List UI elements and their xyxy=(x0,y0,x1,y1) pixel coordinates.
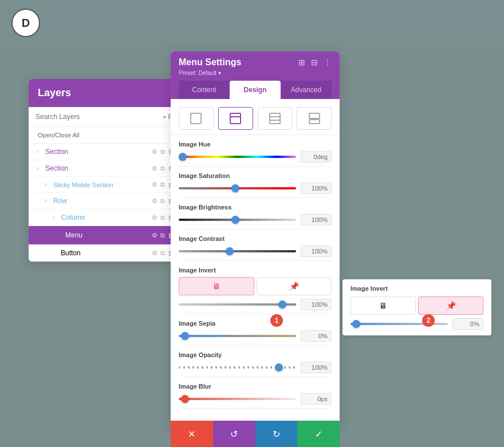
slider-row-contrast: 100% xyxy=(179,246,332,257)
badge-2: 2 xyxy=(422,314,435,327)
invert-toggle-row: 🖥 📌 xyxy=(179,277,332,295)
settings-icon[interactable]: ⚙ xyxy=(152,214,158,221)
slider-value-brightness[interactable]: 100% xyxy=(301,214,332,226)
duplicate-icon[interactable]: ⧉ xyxy=(160,181,165,188)
slider-value-opacity[interactable]: 100% xyxy=(301,362,332,373)
slider-value-invert[interactable]: 100% xyxy=(301,299,332,310)
save-button[interactable]: ✓ xyxy=(297,421,340,447)
setting-label-opacity: Image Opacity xyxy=(179,351,332,358)
bottom-toolbar: ✕ ↺ ↻ ✓ xyxy=(171,421,340,447)
slider-value-saturation[interactable]: 100% xyxy=(301,183,332,194)
layer-label: Sticky Mobile Section xyxy=(53,181,152,188)
chevron-icon: › xyxy=(45,198,50,204)
slider-value-sepia[interactable]: 0% xyxy=(301,330,332,342)
layout-btn-4[interactable] xyxy=(297,107,332,130)
slider-row-invert: 100% xyxy=(179,299,332,310)
invert-pin-btn[interactable]: 📌 xyxy=(257,277,332,295)
invert-panel-toggle-row: 🖥 📌 xyxy=(351,296,483,315)
invert-panel-right: Image Invert 🖥 📌 0% xyxy=(342,279,491,335)
layer-item-row[interactable]: › Row ⚙ ⧉ 🗑 ⋮ xyxy=(29,193,189,209)
duplicate-icon[interactable]: ⧉ xyxy=(160,165,165,172)
duplicate-icon[interactable]: ⧉ xyxy=(160,250,165,257)
settings-icon[interactable]: ⚙ xyxy=(152,232,158,239)
slider-value-hue[interactable]: 0deg xyxy=(301,151,332,163)
layer-label: Column xyxy=(61,213,152,221)
cancel-button[interactable]: ✕ xyxy=(171,421,213,447)
header-icons: ⊞ ⊟ ⋮ xyxy=(298,58,332,67)
slider-opacity[interactable] xyxy=(179,366,296,369)
layer-label: Button xyxy=(61,249,152,257)
reset-button[interactable]: ↺ xyxy=(213,421,255,447)
duplicate-icon[interactable]: ⧉ xyxy=(160,214,165,221)
layout-btn-3[interactable] xyxy=(258,107,293,130)
setting-label-blur: Image Blur xyxy=(179,383,332,390)
invert-panel-monitor-btn[interactable]: 🖥 xyxy=(351,296,416,315)
layout-icon[interactable]: ⊟ xyxy=(311,58,318,67)
slider-row-saturation: 100% xyxy=(179,183,332,194)
slider-saturation[interactable] xyxy=(179,187,296,189)
slider-invert[interactable] xyxy=(179,303,296,306)
layer-item-column[interactable]: › Column ⚙ ⧉ 🗑 ⋮ xyxy=(29,209,189,226)
invert-panel-slider-row: 0% xyxy=(351,318,483,330)
layout-btn-1[interactable] xyxy=(179,107,214,130)
layer-item-section-2[interactable]: › Section ⚙ ⧉ 🗑 ⋮ xyxy=(29,160,189,177)
setting-image-invert: Image Invert 🖥 📌 100% xyxy=(179,261,332,314)
more-options-icon[interactable]: ⋮ xyxy=(324,58,332,67)
top-bar: D xyxy=(0,0,504,46)
menu-settings-header: Menu Settings ⊞ ⊟ ⋮ Preset: Default ▾ Co… xyxy=(171,52,340,99)
menu-settings-panel: Menu Settings ⊞ ⊟ ⋮ Preset: Default ▾ Co… xyxy=(171,52,340,427)
tab-design[interactable]: Design xyxy=(230,81,281,99)
layer-label: Section xyxy=(45,148,152,156)
layer-item-sticky[interactable]: › Sticky Mobile Section ⚙ ⧉ 🗑 ⋮ xyxy=(29,177,189,193)
setting-label-sepia: Image Sepia xyxy=(179,320,332,327)
setting-label-brightness: Image Brightness xyxy=(179,204,332,211)
menu-settings-title: Menu Settings xyxy=(179,57,241,68)
open-close-all[interactable]: Open/Close All xyxy=(29,127,189,144)
setting-label-invert: Image Invert xyxy=(179,267,332,274)
chevron-icon: › xyxy=(45,182,50,188)
layers-header: Layers × xyxy=(29,79,189,107)
slider-row-sepia: 0% xyxy=(179,330,332,342)
invert-panel-value[interactable]: 0% xyxy=(452,318,483,330)
invert-panel-pin-btn[interactable]: 📌 xyxy=(418,296,483,315)
layer-item-menu-active[interactable]: Menu ⚙ ⧉ 🗑 ⋮ xyxy=(29,226,189,245)
tab-content[interactable]: Content xyxy=(179,81,230,99)
layer-label: Row xyxy=(53,197,152,205)
slider-value-contrast[interactable]: 100% xyxy=(301,246,332,257)
redo-button[interactable]: ↻ xyxy=(255,421,298,447)
layers-title: Layers xyxy=(38,87,71,99)
slider-blur[interactable] xyxy=(179,398,296,400)
fullscreen-icon[interactable]: ⊞ xyxy=(298,58,305,67)
setting-image-contrast: Image Contrast 100% xyxy=(179,230,332,261)
tab-advanced[interactable]: Advanced xyxy=(281,81,332,99)
duplicate-icon[interactable]: ⧉ xyxy=(160,148,165,156)
slider-contrast[interactable] xyxy=(179,250,296,252)
slider-hue[interactable] xyxy=(179,156,296,158)
svg-rect-6 xyxy=(309,113,320,118)
layers-search-row: + Filter xyxy=(29,107,189,127)
duplicate-icon[interactable]: ⧉ xyxy=(160,197,165,205)
slider-sepia[interactable] xyxy=(179,335,296,337)
chevron-icon: › xyxy=(37,149,42,155)
layer-item-section-1[interactable]: › Section ⚙ ⧉ 🗑 ⋮ xyxy=(29,144,189,160)
setting-image-saturation: Image Saturation 100% xyxy=(179,167,332,198)
slider-value-blur[interactable]: 0px xyxy=(301,393,332,405)
layout-btn-2[interactable] xyxy=(218,107,253,130)
settings-icon[interactable]: ⚙ xyxy=(152,197,158,205)
invert-monitor-btn[interactable]: 🖥 xyxy=(179,277,254,295)
settings-icon[interactable]: ⚙ xyxy=(152,250,158,257)
settings-icon[interactable]: ⚙ xyxy=(152,165,158,172)
menu-settings-tabs: Content Design Advanced xyxy=(179,81,332,99)
duplicate-icon[interactable]: ⧉ xyxy=(160,232,165,239)
slider-row-opacity: 100% xyxy=(179,362,332,373)
settings-icon[interactable]: ⚙ xyxy=(152,148,158,156)
slider-row-brightness: 100% xyxy=(179,214,332,226)
chevron-icon: › xyxy=(37,165,42,171)
slider-brightness[interactable] xyxy=(179,219,296,221)
settings-content: Image Hue 0deg Image Saturation 100% Ima… xyxy=(171,135,340,427)
layer-item-button[interactable]: Button ⚙ ⧉ 🗑 ⋮ xyxy=(29,245,189,262)
settings-icon[interactable]: ⚙ xyxy=(152,181,158,188)
chevron-icon: › xyxy=(53,215,58,220)
preset-label[interactable]: Preset: Default ▾ xyxy=(179,70,332,76)
layers-search-input[interactable] xyxy=(36,113,158,121)
